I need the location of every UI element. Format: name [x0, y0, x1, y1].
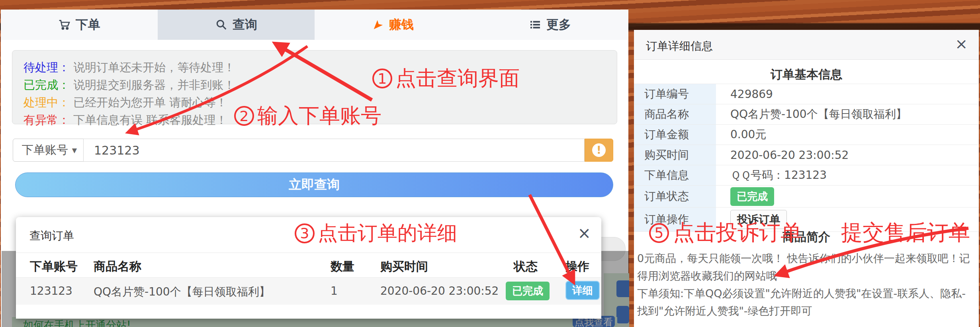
- col-account: 下单账号: [30, 258, 78, 275]
- query-now-label: 立即查询: [289, 176, 340, 194]
- annotation-step5-text2: 提交售后订单: [841, 218, 970, 247]
- chevron-down-icon: ▼: [72, 147, 77, 154]
- account-input-value: 123123: [94, 143, 140, 157]
- search-icon: [215, 18, 228, 31]
- row-label: 商品名称: [634, 104, 716, 124]
- table-row-status: 订单状态 已完成: [634, 185, 979, 207]
- row-account: 123123: [30, 284, 72, 298]
- status-desc-processing: 已经开始为您开单 请耐心等！: [73, 96, 227, 109]
- status-desc-completed: 说明提交到服务器，并非到账！: [73, 78, 235, 92]
- col-status: 状态: [514, 258, 538, 275]
- row-label: 购买时间: [634, 145, 716, 165]
- table-row: 购买时间 2020-06-20 23:00:52: [634, 145, 979, 165]
- status-desc-pending: 说明订单还未开始，等待处理！: [73, 61, 235, 74]
- status-label-abnormal: 有异常: [23, 113, 58, 127]
- order-info-table: 订单编号 429869 商品名称 QQ名片赞-100个【每日领取福利】 订单金额…: [634, 84, 979, 232]
- circled-number-5: 5: [649, 223, 669, 243]
- query-now-button[interactable]: 立即查询: [15, 172, 613, 197]
- separator: ：: [58, 61, 70, 74]
- separator: ：: [58, 96, 70, 109]
- screenshot-stage: 下单 查询 赚钱: [0, 0, 980, 327]
- list-icon: [529, 18, 542, 31]
- tab-more[interactable]: 更多: [471, 10, 628, 40]
- table-row: 订单编号 429869: [634, 84, 979, 104]
- row-label: 下单信息: [634, 165, 716, 185]
- circled-number-2: 2: [234, 106, 254, 126]
- tab-order[interactable]: 下单: [1, 10, 158, 40]
- table-row: 订单金额 0.00元: [634, 124, 979, 145]
- status-desc-abnormal: 下单信息有误 联系客服处理！: [73, 113, 227, 127]
- col-action: 操作: [565, 258, 589, 275]
- status-label-pending: 待处理: [23, 61, 58, 74]
- tab-earn[interactable]: 赚钱: [315, 10, 471, 40]
- status-label-completed: 已完成: [23, 78, 58, 92]
- row-value: QQ名片赞-100个【每日领取福利】: [716, 104, 979, 124]
- col-quantity: 数量: [331, 258, 354, 275]
- warning-button[interactable]: !: [585, 139, 613, 162]
- tab-earn-label: 赚钱: [389, 16, 414, 33]
- cursor-icon: [372, 19, 384, 31]
- row-value: 2020-06-20 23:00:52: [716, 145, 979, 165]
- tab-order-label: 下单: [76, 16, 100, 33]
- row-label: 订单编号: [634, 84, 716, 104]
- tab-query-label: 查询: [233, 16, 257, 33]
- account-type-select[interactable]: 下单账号 ▼: [13, 139, 84, 162]
- row-value: 0.00元: [716, 125, 979, 145]
- exclamation-icon: !: [592, 143, 606, 157]
- intro-line-1: 0元商品，每天只能领一次哦！ 快告诉你们的小伙伴一起来领取吧！记得用浏览器收藏我…: [637, 250, 974, 285]
- top-nav: 下单 查询 赚钱: [1, 10, 628, 40]
- detail-button[interactable]: 详细: [565, 281, 600, 300]
- tab-more-label: 更多: [546, 16, 571, 33]
- account-input[interactable]: 123123: [83, 139, 585, 162]
- annotation-step2: 2 输入下单账号: [234, 102, 381, 130]
- row-value: 已完成: [716, 186, 979, 207]
- circled-number-3: 3: [295, 223, 315, 243]
- row-time: 2020-06-20 23:00:52: [380, 284, 499, 298]
- status-label-processing: 处理中: [23, 96, 58, 109]
- product-intro-text: 0元商品，每天只能领一次哦！ 快告诉你们的小伙伴一起来领取吧！记得用浏览器收藏我…: [637, 250, 974, 320]
- close-icon[interactable]: ×: [955, 36, 968, 51]
- row-product: QQ名片赞-100个【每日领取福利】: [94, 284, 270, 300]
- panel-title: 订单详细信息: [646, 39, 713, 54]
- order-table-row: 123123 QQ名片赞-100个【每日领取福利】 1 2020-06-20 2…: [16, 278, 601, 305]
- order-detail-panel: 订单详细信息 × 订单基本信息 订单编号 429869 商品名称 QQ名片赞-1…: [634, 30, 979, 327]
- annotation-step2-text: 输入下单账号: [257, 102, 381, 130]
- tab-query[interactable]: 查询: [158, 10, 315, 40]
- intro-line-2: 下单须知:下单QQ必须设置"允许附近的人赞我"在设置-联系人、隐私-找到"允许附…: [637, 285, 974, 320]
- annotation-step5-text: 点击投诉订单: [673, 218, 802, 247]
- separator: ：: [58, 113, 70, 127]
- separator: ：: [58, 78, 70, 92]
- row-label: 订单金额: [634, 125, 716, 145]
- table-row: 商品名称 QQ名片赞-100个【每日领取福利】: [634, 104, 979, 124]
- panel-section-title: 订单基本信息: [634, 67, 979, 83]
- modal-title: 查询订单: [29, 228, 74, 243]
- annotation-step3: 3 点击订单的详细: [295, 220, 457, 247]
- annotation-step1-text: 点击查询界面: [395, 65, 520, 92]
- cart-icon: [58, 18, 71, 31]
- row-quantity: 1: [331, 284, 338, 298]
- col-product: 商品名称: [94, 258, 141, 275]
- status-badge: 已完成: [730, 187, 774, 206]
- close-icon[interactable]: ×: [577, 225, 591, 241]
- row-value: ＱＱ号码：123123: [716, 165, 979, 185]
- row-label: 订单状态: [634, 186, 716, 207]
- account-type-label: 下单账号: [22, 142, 68, 158]
- table-row: 下单信息 ＱＱ号码：123123: [634, 165, 979, 185]
- annotation-step3-text: 点击订单的详细: [318, 220, 457, 247]
- col-time: 购买时间: [380, 258, 428, 275]
- circled-number-1: 1: [372, 69, 392, 88]
- row-value: 429869: [716, 84, 979, 104]
- status-badge: 已完成: [506, 282, 550, 300]
- annotation-step5: 5 点击投诉订单 提交售后订单: [649, 218, 970, 247]
- annotation-step1: 1 点击查询界面: [372, 65, 520, 92]
- panel-header: 订单详细信息 ×: [634, 30, 979, 60]
- orders-table-header: 下单账号 商品名称 数量 购买时间 状态 操作: [16, 253, 601, 278]
